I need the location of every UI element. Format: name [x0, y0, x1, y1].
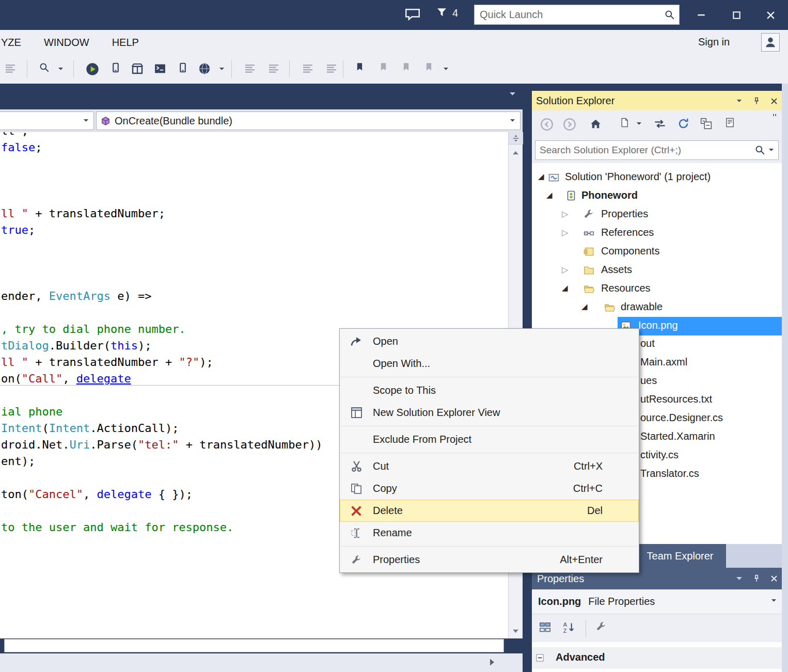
context-menu-properties[interactable]: PropertiesAlt+Enter [340, 549, 639, 571]
device-target-icon[interactable] [111, 62, 121, 73]
tree-item-clipped[interactable]: Translator.cs [640, 468, 699, 479]
window-position-chevron-icon[interactable] [733, 95, 745, 107]
tree-item-solution-phoneword-1-project[interactable]: ◢Solution 'Phoneword' (1 project) [532, 168, 782, 187]
back-icon[interactable] [540, 118, 554, 131]
start-debug-icon[interactable] [86, 62, 99, 76]
solution-explorer-search-input[interactable] [535, 145, 755, 156]
property-pages-icon[interactable] [596, 621, 606, 632]
chevron-down-icon[interactable] [768, 148, 774, 152]
scroll-right-arrow-icon[interactable] [490, 658, 495, 666]
minimize-button[interactable] [690, 6, 713, 24]
context-menu-exclude-from-project[interactable]: Exclude From Project [340, 428, 639, 451]
notifications-filter-icon[interactable] [437, 8, 447, 17]
search-icon[interactable] [665, 10, 675, 20]
sign-in-link[interactable]: Sign in [698, 36, 730, 48]
tree-item-clipped[interactable]: ource.Designer.cs [640, 412, 723, 424]
tree-item-clipped[interactable]: ctivity.cs [640, 449, 679, 461]
context-menu-cut[interactable]: CutCtrl+X [340, 455, 639, 477]
find-symbol-icon[interactable] [39, 62, 50, 73]
console-window-icon[interactable] [154, 62, 166, 75]
clear-bookmarks-icon[interactable] [424, 62, 433, 71]
context-menu-open[interactable]: Open [340, 330, 639, 353]
context-menu-delete[interactable]: DeleteDel [340, 500, 639, 522]
menu-yze[interactable]: YZE [1, 37, 21, 49]
dropdown-caret-icon[interactable] [636, 122, 642, 125]
device-portrait-icon[interactable] [178, 62, 188, 73]
close-icon[interactable] [768, 95, 780, 107]
chevron-down-icon[interactable] [510, 119, 515, 122]
context-menu-copy[interactable]: CopyCtrl+C [340, 477, 639, 500]
maximize-button[interactable] [725, 6, 748, 24]
notification-count[interactable]: 4 [452, 7, 458, 19]
expanded-expander-icon[interactable]: ◢ [546, 190, 553, 200]
chevron-down-icon[interactable] [83, 119, 89, 122]
scroll-down-arrow-icon[interactable] [512, 629, 519, 633]
close-button[interactable] [759, 6, 782, 24]
tree-item-phoneword[interactable]: ◢Phoneword [532, 187, 782, 205]
expanded-expander-icon[interactable]: ◢ [562, 283, 568, 293]
search-icon[interactable] [755, 145, 765, 155]
toolbar-overflow-icon[interactable] [771, 113, 778, 119]
window-position-chevron-icon[interactable] [733, 573, 745, 584]
collapse-icon[interactable] [536, 654, 544, 662]
parameter-info-icon[interactable] [325, 62, 338, 75]
context-menu-new-solution-explorer-view[interactable]: New Solution Explorer View [340, 402, 639, 424]
dropdown-caret-icon[interactable] [58, 67, 64, 71]
close-icon[interactable] [768, 573, 780, 584]
window-layout-icon[interactable] [4, 62, 17, 75]
tree-item-clipped[interactable]: Main.axml [640, 356, 687, 368]
properties-object-selector[interactable]: Icon.png File Properties [532, 589, 782, 614]
switch-views-icon[interactable] [654, 118, 666, 130]
collapsed-expander-icon[interactable]: ▷ [562, 209, 568, 219]
tree-item-assets[interactable]: ▷Assets [532, 261, 782, 280]
list-members-icon[interactable] [302, 62, 314, 75]
navigate-backward-icon[interactable] [244, 62, 256, 75]
user-avatar-icon[interactable] [761, 33, 780, 52]
alphabetical-sort-icon[interactable]: AZ [563, 621, 575, 633]
previous-bookmark-icon[interactable] [379, 62, 388, 71]
dropdown-caret-icon[interactable] [443, 67, 449, 71]
chevron-down-icon[interactable] [771, 599, 777, 602]
quick-launch-input[interactable] [475, 9, 665, 21]
collapsed-expander-icon[interactable]: ▷ [562, 228, 568, 237]
toggle-bookmark-icon[interactable] [355, 62, 364, 71]
chevron-down-icon[interactable] [509, 92, 516, 97]
emulator-icon[interactable] [198, 62, 211, 75]
categorized-icon[interactable] [539, 621, 551, 633]
tree-item-properties[interactable]: ▷Properties [532, 205, 782, 224]
collapsed-expander-icon[interactable]: ▷ [562, 265, 568, 275]
navigate-forward-icon[interactable] [267, 62, 280, 75]
tree-item-references[interactable]: ▷References [532, 224, 782, 243]
members-dropdown[interactable]: OnCreate(Bundle bundle) [96, 111, 521, 130]
tree-item-components[interactable]: Components [532, 243, 782, 261]
collapse-all-icon[interactable] [700, 118, 712, 130]
tree-item-clipped[interactable]: ues [640, 375, 657, 387]
pin-icon[interactable] [751, 573, 762, 584]
tree-item-resources[interactable]: ◢Resources [532, 280, 782, 298]
pin-icon[interactable] [751, 95, 762, 107]
tree-item-drawable[interactable]: ◢drawable [532, 298, 782, 317]
package-icon[interactable] [131, 62, 144, 75]
scroll-up-arrow-icon[interactable] [512, 151, 519, 155]
expanded-expander-icon[interactable]: ◢ [538, 172, 544, 181]
context-menu-open-with[interactable]: Open With... [340, 353, 639, 375]
context-menu-rename[interactable]: Rename [340, 522, 639, 544]
menu-help[interactable]: HELP [112, 37, 139, 49]
tree-item-clipped[interactable]: Started.Xamarin [640, 430, 715, 442]
properties-pages-icon[interactable] [725, 118, 735, 127]
tree-item-clipped[interactable]: out [640, 338, 655, 349]
solution-explorer-title-bar[interactable]: Solution Explorer [532, 91, 782, 110]
forward-icon[interactable] [563, 118, 576, 131]
horizontal-scrollbar-track[interactable] [4, 639, 504, 652]
types-dropdown[interactable] [0, 111, 94, 130]
menu-window[interactable]: WINDOW [44, 37, 89, 49]
category-advanced[interactable]: Advanced [532, 647, 782, 669]
expanded-expander-icon[interactable]: ◢ [581, 302, 588, 311]
refresh-icon[interactable] [677, 118, 689, 130]
dropdown-caret-icon[interactable] [219, 67, 225, 71]
tab-team-explorer[interactable]: Team Explorer [634, 544, 726, 568]
next-bookmark-icon[interactable] [402, 62, 411, 71]
home-icon[interactable] [590, 118, 602, 130]
feedback-icon[interactable] [405, 8, 420, 21]
sync-with-active-document-icon[interactable] [620, 118, 629, 127]
